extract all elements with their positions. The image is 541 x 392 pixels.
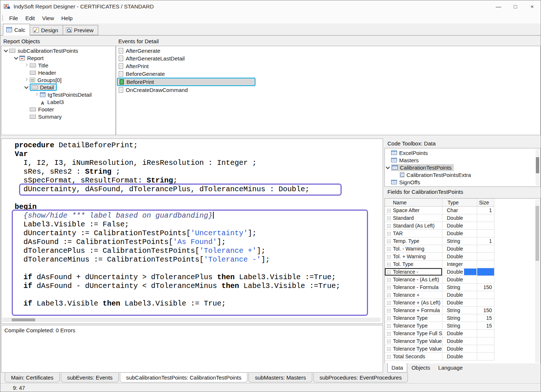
field-size-cell[interactable]	[477, 276, 494, 284]
field-type-cell[interactable]: String	[442, 314, 477, 322]
field-name-cell[interactable]: Tolerance + Formula	[385, 307, 442, 314]
field-name-cell[interactable]: Tolerance - Formula	[385, 284, 442, 291]
field-row-tol-type[interactable]: Tol. TypeInteger	[385, 260, 494, 268]
field-size-cell[interactable]: 1	[477, 207, 494, 214]
document-tab-subevents-events[interactable]: subEvents: Events	[61, 373, 119, 382]
field-size-cell[interactable]	[477, 222, 494, 230]
scrollbar-thumb[interactable]	[536, 157, 539, 173]
tree-item-label3[interactable]: Label3	[1, 98, 115, 106]
field-name-cell[interactable]: Tolerance Type Value	[385, 337, 442, 345]
field-row-tolerance-formula[interactable]: Tolerance + FormulaString150	[385, 307, 494, 314]
field-name-cell[interactable]: Tol. + Warning	[385, 253, 442, 260]
field-type-cell[interactable]: Double	[442, 222, 477, 230]
chevron-collapsed-icon[interactable]	[24, 78, 29, 82]
menu-view[interactable]: View	[38, 14, 58, 23]
field-name-cell[interactable]: Standard	[385, 214, 442, 222]
toolbox-item-calibrationtestpoints[interactable]: CalibrationTestPoints	[385, 164, 540, 171]
field-row-tol-warning[interactable]: Tol. - WarningDouble	[385, 245, 494, 253]
field-size-cell[interactable]: 15	[477, 314, 494, 322]
toolbox-scrollbar[interactable]	[536, 149, 540, 186]
tree-item-summary[interactable]: Summary	[1, 113, 115, 120]
document-tab-submasters-masters[interactable]: subMasters: Masters	[249, 373, 312, 382]
document-tab-subcalibrationtestpoints-calibrationtestpoints[interactable]: subCalibrationTestPoints: CalibrationTes…	[120, 373, 247, 382]
field-type-cell[interactable]: String	[442, 307, 477, 314]
tree-item-title[interactable]: Title	[1, 62, 115, 69]
field-size-cell[interactable]: 150	[477, 307, 494, 314]
field-row-standard[interactable]: StandardDouble	[385, 214, 494, 222]
field-size-cell[interactable]	[477, 345, 494, 353]
minimize-button[interactable]: —	[490, 0, 507, 12]
scrollbar-thumb[interactable]	[536, 206, 539, 261]
field-size-cell[interactable]	[477, 353, 494, 360]
event-aftergeneratelastdetail[interactable]: AfterGenerateLastDetail	[116, 55, 540, 62]
field-row-tolerance-type[interactable]: Tolerance TypeString15	[385, 314, 494, 322]
chevron-expanded-icon[interactable]	[386, 165, 390, 170]
field-row-tolerance-formula[interactable]: Tolerance - FormulaString150	[385, 284, 494, 291]
scrollbar-thumb[interactable]	[12, 318, 35, 321]
field-type-cell[interactable]: Double	[442, 214, 477, 222]
view-tab-design[interactable]: Design	[30, 25, 63, 35]
field-type-cell[interactable]: Double	[442, 337, 477, 345]
field-size-cell[interactable]	[477, 253, 494, 260]
field-type-cell[interactable]: Char	[442, 207, 477, 214]
field-name-cell[interactable]: Tol. - Warning	[385, 245, 442, 253]
field-type-cell[interactable]: Double	[442, 276, 477, 284]
field-name-cell[interactable]: Tolerance -	[385, 268, 442, 276]
field-size-cell[interactable]	[477, 291, 494, 299]
field-size-cell[interactable]	[477, 299, 494, 307]
toolbox-item-masters[interactable]: Masters	[385, 156, 540, 164]
field-type-cell[interactable]: Double	[442, 345, 477, 353]
field-row-temp-type[interactable]: Temp. TypeString1	[385, 237, 494, 245]
tree-item-groups-0[interactable]: Groups[0]	[1, 76, 115, 84]
event-beforegenerate[interactable]: BeforeGenerate	[116, 70, 540, 78]
field-type-cell[interactable]: Double	[442, 353, 477, 360]
tree-item-subcalibrationtestpoints[interactable]: subCalibrationTestPoints	[1, 47, 115, 54]
field-name-cell[interactable]: Standard (As Left)	[385, 222, 442, 230]
field-size-cell[interactable]	[477, 214, 494, 222]
field-row-tolerance-type-value[interactable]: Tolerance Type ValueDouble	[385, 337, 494, 345]
menu-edit[interactable]: Edit	[22, 14, 38, 23]
field-row-tolerance-type-full-sc[interactable]: Tolerance Type Full ScDouble	[385, 330, 494, 337]
event-oncreatedrawcommand[interactable]: OnCreateDrawCommand	[116, 86, 540, 94]
chevron-expanded-icon[interactable]	[14, 56, 18, 60]
event-beforeprint[interactable]: BeforePrint	[117, 78, 255, 86]
tree-item-tgtestpointsdetail[interactable]: tgTestPointsDetail	[1, 91, 115, 98]
field-name-cell[interactable]: Tolerance Type Value	[385, 345, 442, 353]
field-type-cell[interactable]: Double	[442, 299, 477, 307]
view-tab-preview[interactable]: Preview	[63, 25, 98, 35]
field-name-cell[interactable]: Temp. Type	[385, 237, 442, 245]
field-type-cell[interactable]: Double	[442, 330, 477, 337]
fields-column-header-name[interactable]: Name	[385, 199, 442, 207]
field-row-tolerance-type-value[interactable]: Tolerance Type ValueDouble	[385, 345, 494, 353]
event-aftergenerate[interactable]: AfterGenerate	[116, 47, 540, 55]
field-name-cell[interactable]: Tolerance Type	[385, 314, 442, 322]
field-name-cell[interactable]: Tol. Type	[385, 260, 442, 268]
field-type-cell[interactable]: Double	[442, 230, 477, 237]
field-name-cell[interactable]: Space After	[385, 207, 442, 214]
field-size-cell[interactable]	[477, 330, 494, 337]
menu-file[interactable]: File	[5, 14, 22, 23]
field-row-space-after[interactable]: Space AfterChar1	[385, 207, 494, 214]
toolbox-tab-data[interactable]: Data	[387, 363, 407, 373]
document-tab-subprocedures-eventprocedures[interactable]: subProcedures: EventProcedures	[313, 373, 408, 382]
menu-help[interactable]: Help	[58, 14, 76, 23]
field-row-tar[interactable]: TARDouble	[385, 230, 494, 237]
field-row-standard-as-left[interactable]: Standard (As Left)Double	[385, 222, 494, 230]
field-name-cell[interactable]: TAR	[385, 230, 442, 237]
code-horizontal-scrollbar[interactable]	[2, 318, 380, 322]
toolbox-tab-language[interactable]: Language	[435, 363, 467, 372]
field-name-cell[interactable]: Tolerance - (As Left)	[385, 276, 442, 284]
chevron-expanded-icon[interactable]	[4, 48, 8, 53]
toolbox-item-signoffs[interactable]: SignOffs	[385, 178, 540, 186]
field-type-cell[interactable]: Double	[442, 291, 477, 299]
field-size-cell[interactable]	[477, 337, 494, 345]
field-type-cell[interactable]: Double	[442, 253, 477, 260]
maximize-button[interactable]: □	[507, 0, 524, 12]
toolbox-tab-objects[interactable]: Objects	[408, 363, 434, 372]
field-type-cell[interactable]: Integer	[442, 260, 477, 268]
document-tab-main-certificates[interactable]: Main: Certificates	[5, 373, 60, 382]
fields-column-header-type[interactable]: Type	[442, 199, 477, 207]
field-size-cell[interactable]	[477, 230, 494, 237]
field-size-cell[interactable]: 1	[477, 237, 494, 245]
field-name-cell[interactable]: Tolerance Type Full Sc	[385, 330, 442, 337]
